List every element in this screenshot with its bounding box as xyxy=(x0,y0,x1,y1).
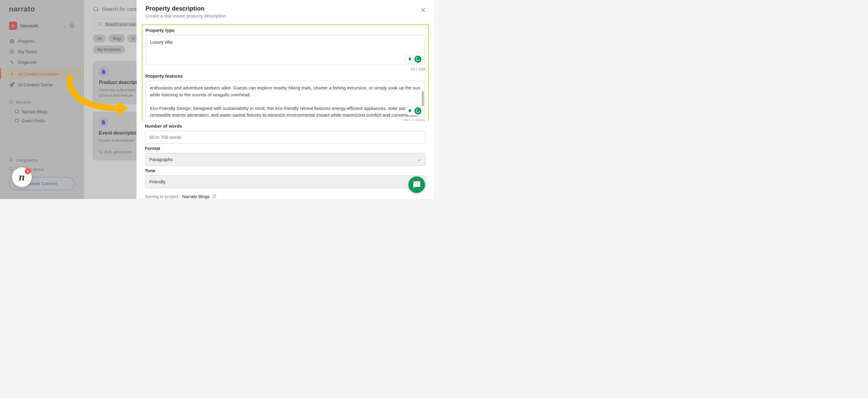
close-icon xyxy=(420,7,427,13)
narrato-n-icon: n xyxy=(19,171,25,184)
property-type-label: Property type xyxy=(146,28,425,33)
external-link-icon[interactable] xyxy=(212,194,216,199)
grammarly-status-icon[interactable] xyxy=(414,56,421,63)
property-description-modal: Property description Create a real estat… xyxy=(136,0,434,199)
chat-fab[interactable] xyxy=(408,176,425,193)
property-type-counter: 12 / 150 xyxy=(146,67,425,71)
grammarly-suggest-icon[interactable] xyxy=(406,56,413,63)
grammarly-suggest-icon[interactable] xyxy=(406,107,413,114)
notification-badge: 6 xyxy=(25,168,31,174)
grammarly-badges[interactable] xyxy=(405,107,423,115)
words-input[interactable] xyxy=(145,131,426,143)
property-features-counter: 1762 / 10000 xyxy=(146,119,425,121)
svg-line-18 xyxy=(214,195,216,197)
property-features-label: Property features xyxy=(146,73,425,78)
close-button[interactable] xyxy=(420,7,427,15)
property-features-input[interactable] xyxy=(146,81,425,117)
words-label: Number of words xyxy=(145,124,426,129)
tone-label: Tone xyxy=(145,168,426,173)
grammarly-status-icon[interactable] xyxy=(414,107,421,114)
notification-fab[interactable]: n 6 xyxy=(12,167,32,187)
modal-header: Property description Create a real estat… xyxy=(136,0,434,23)
highlighted-section: Property type 12 / 150 Property feat xyxy=(142,24,429,121)
format-select[interactable]: Paragraphs xyxy=(145,153,426,166)
saving-project-name[interactable]: Narrato Blogs xyxy=(182,194,210,199)
grammarly-badges[interactable] xyxy=(405,55,423,64)
chat-icon xyxy=(412,180,421,189)
modal-subtitle: Create a real estate property descriptio… xyxy=(146,13,425,19)
property-type-input[interactable] xyxy=(146,35,425,65)
scrollbar-thumb[interactable] xyxy=(422,91,424,106)
format-label: Format xyxy=(145,146,426,151)
tone-select[interactable]: Friendly xyxy=(145,175,426,188)
saving-to-project: Saving to project: Narrato Blogs xyxy=(136,190,434,199)
saving-label: Saving to project: xyxy=(145,194,180,199)
modal-title: Property description xyxy=(146,5,425,12)
